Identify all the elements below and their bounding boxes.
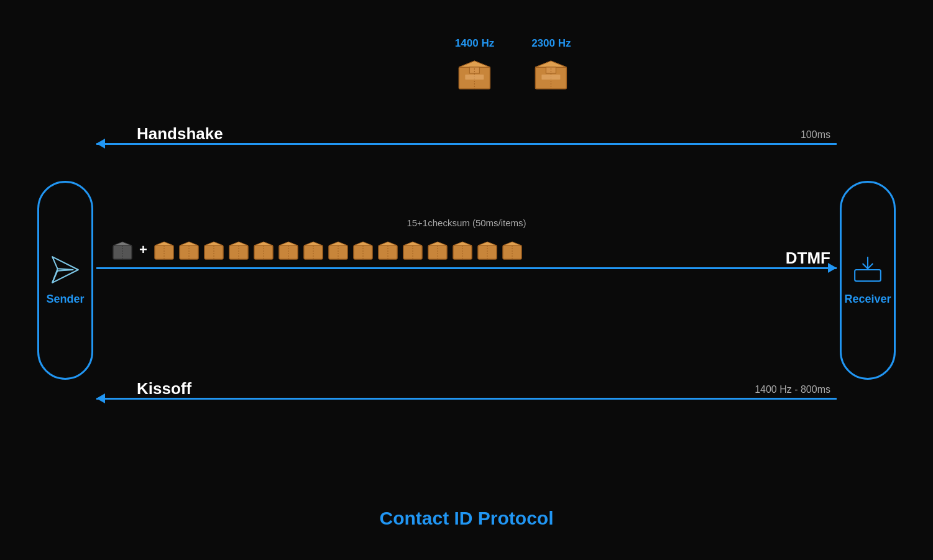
page-title: Contact ID Protocol [379, 508, 553, 529]
dtmf-row: + [112, 239, 523, 260]
svg-marker-64 [503, 242, 522, 246]
svg-marker-43 [329, 242, 347, 246]
box-7 [303, 239, 324, 260]
svg-rect-2 [855, 270, 881, 281]
svg-marker-0 [52, 257, 78, 283]
svg-marker-61 [478, 242, 497, 246]
box-3 [203, 239, 224, 260]
receiver-icon [852, 254, 883, 285]
svg-rect-21 [155, 246, 173, 259]
paper-plane-icon [50, 254, 81, 285]
dtmf-arrow [96, 267, 837, 269]
box-5 [253, 239, 274, 260]
svg-rect-30 [229, 246, 248, 259]
receiver-pill: Receiver [840, 181, 896, 380]
svg-marker-25 [180, 242, 198, 246]
svg-rect-63 [503, 246, 522, 259]
svg-rect-42 [329, 246, 347, 259]
box-14 [477, 239, 498, 260]
svg-marker-40 [304, 242, 323, 246]
freq-item-1400: 1400 Hz [455, 37, 494, 92]
dtmf-label: DTMF [786, 249, 830, 268]
svg-rect-51 [403, 246, 422, 259]
svg-marker-37 [279, 242, 298, 246]
svg-marker-31 [229, 242, 248, 246]
box-2 [178, 239, 200, 260]
svg-marker-55 [428, 242, 447, 246]
box-8 [328, 239, 349, 260]
freq-label-2300: 2300 Hz [531, 37, 571, 50]
kissoff-time: 1400 Hz - 800ms [755, 384, 830, 395]
svg-marker-52 [403, 242, 422, 246]
box-icon-1400 [456, 55, 493, 92]
svg-marker-58 [453, 242, 472, 246]
box-10 [377, 239, 398, 260]
svg-rect-45 [354, 246, 372, 259]
svg-rect-33 [254, 246, 273, 259]
box-4 [228, 239, 249, 260]
svg-marker-12 [536, 61, 567, 67]
kissoff-label: Kissoff [137, 379, 191, 398]
svg-rect-10 [465, 75, 484, 80]
box-11 [402, 239, 423, 260]
svg-marker-5 [459, 61, 490, 67]
svg-rect-13 [546, 67, 556, 73]
sender-label: Sender [46, 293, 84, 306]
svg-marker-28 [205, 242, 223, 246]
box-1 [154, 239, 175, 260]
box-9 [352, 239, 374, 260]
svg-rect-6 [469, 67, 479, 73]
svg-marker-19 [113, 242, 132, 246]
checksum-label: 15+1checksum (50ms/items) [407, 218, 526, 228]
diagram-container: Sender Receiver 1400 Hz [0, 0, 933, 560]
svg-marker-34 [254, 242, 273, 246]
svg-marker-46 [354, 242, 372, 246]
box-6 [278, 239, 299, 260]
handshake-time: 100ms [801, 129, 830, 140]
frequency-container: 1400 Hz 2300 Hz [455, 37, 571, 92]
svg-marker-22 [155, 242, 173, 246]
svg-rect-24 [180, 246, 198, 259]
svg-rect-39 [304, 246, 323, 259]
svg-rect-57 [453, 246, 472, 259]
checksum-box-icon [112, 239, 133, 260]
svg-rect-60 [478, 246, 497, 259]
svg-rect-54 [428, 246, 447, 259]
handshake-label: Handshake [137, 124, 223, 144]
freq-item-2300: 2300 Hz [531, 37, 571, 92]
sender-pill: Sender [37, 181, 93, 380]
receiver-label: Receiver [844, 293, 891, 306]
svg-rect-36 [279, 246, 298, 259]
box-icon-2300 [533, 55, 570, 92]
svg-marker-49 [379, 242, 397, 246]
svg-rect-18 [113, 246, 132, 259]
box-13 [452, 239, 473, 260]
box-12 [427, 239, 448, 260]
svg-rect-48 [379, 246, 397, 259]
freq-label-1400: 1400 Hz [455, 37, 494, 50]
svg-rect-17 [542, 75, 561, 80]
box-15 [502, 239, 523, 260]
svg-rect-27 [205, 246, 223, 259]
kissoff-arrow [96, 398, 837, 400]
plus-sign: + [139, 242, 147, 258]
